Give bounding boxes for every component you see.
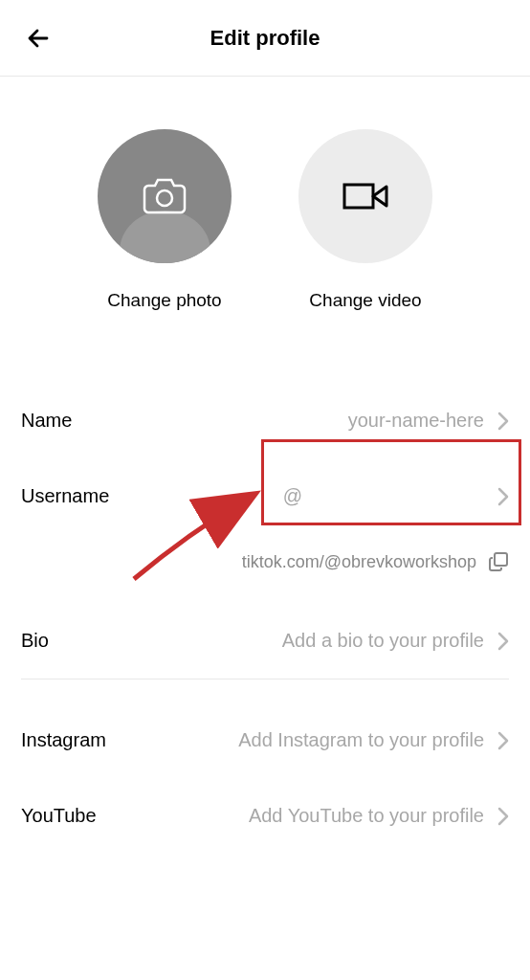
camera-icon bbox=[141, 176, 188, 216]
chevron-right-icon bbox=[497, 632, 509, 651]
username-value: @ bbox=[283, 485, 302, 507]
copy-icon[interactable] bbox=[488, 551, 509, 572]
instagram-label: Instagram bbox=[21, 729, 106, 751]
name-value: your-name-here bbox=[348, 410, 484, 432]
chevron-right-icon bbox=[497, 487, 509, 506]
youtube-row[interactable]: YouTube Add YouTube to your profile bbox=[0, 778, 530, 854]
youtube-value: Add YouTube to your profile bbox=[249, 805, 484, 827]
video-placeholder bbox=[298, 129, 432, 263]
username-row[interactable]: Username @ bbox=[0, 458, 530, 534]
back-arrow-icon bbox=[24, 24, 53, 53]
back-button[interactable] bbox=[19, 19, 57, 57]
header: Edit profile bbox=[0, 0, 530, 77]
page-title: Edit profile bbox=[0, 26, 530, 51]
video-camera-icon bbox=[339, 177, 392, 215]
username-label: Username bbox=[21, 485, 109, 507]
profile-url-row[interactable]: tiktok.com/@obrevkoworkshop bbox=[0, 534, 530, 603]
change-photo-button[interactable]: Change photo bbox=[98, 129, 232, 311]
svg-rect-2 bbox=[495, 553, 507, 566]
profile-url-text: tiktok.com/@obrevkoworkshop bbox=[242, 552, 476, 572]
svg-point-0 bbox=[157, 190, 172, 206]
avatar-placeholder bbox=[98, 129, 232, 263]
instagram-row[interactable]: Instagram Add Instagram to your profile bbox=[0, 702, 530, 778]
change-photo-label: Change photo bbox=[107, 290, 221, 311]
svg-rect-1 bbox=[344, 185, 373, 208]
instagram-value: Add Instagram to your profile bbox=[238, 729, 484, 751]
youtube-label: YouTube bbox=[21, 805, 97, 827]
chevron-right-icon bbox=[497, 412, 509, 431]
settings-list: Name your-name-here Username @ tiktok.co… bbox=[0, 354, 530, 854]
bio-label: Bio bbox=[21, 630, 49, 652]
change-video-label: Change video bbox=[309, 290, 421, 311]
bio-value: Add a bio to your profile bbox=[282, 630, 484, 652]
chevron-right-icon bbox=[497, 731, 509, 750]
name-label: Name bbox=[21, 410, 72, 432]
chevron-right-icon bbox=[497, 807, 509, 826]
name-row[interactable]: Name your-name-here bbox=[0, 383, 530, 458]
change-video-button[interactable]: Change video bbox=[298, 129, 432, 311]
bio-row[interactable]: Bio Add a bio to your profile bbox=[0, 603, 530, 679]
media-section: Change photo Change video bbox=[0, 77, 530, 354]
